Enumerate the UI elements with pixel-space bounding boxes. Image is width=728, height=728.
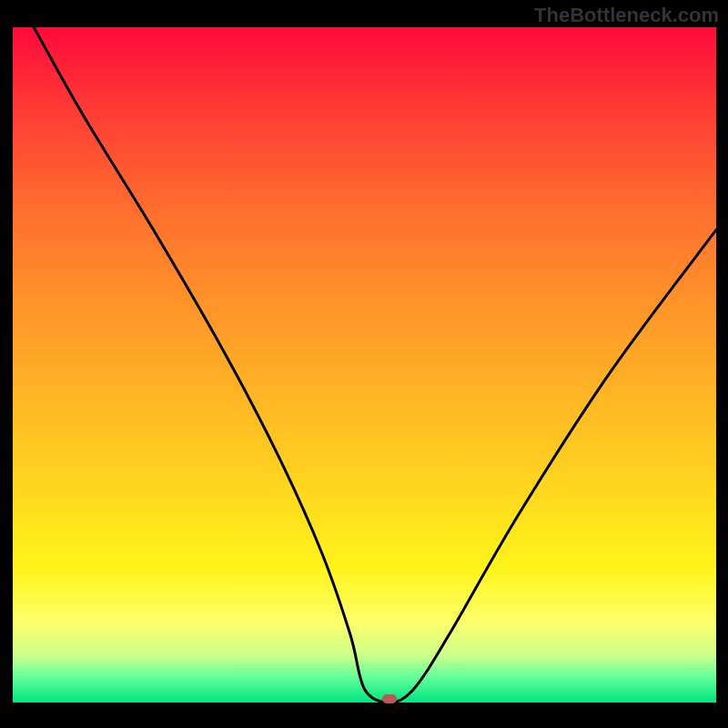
bottleneck-curve	[13, 27, 716, 703]
plot-area	[13, 27, 716, 703]
optimum-marker	[382, 694, 397, 703]
chart-container: TheBottleneck.com	[0, 0, 728, 728]
curve-path	[34, 27, 716, 703]
watermark-text: TheBottleneck.com	[534, 4, 719, 27]
